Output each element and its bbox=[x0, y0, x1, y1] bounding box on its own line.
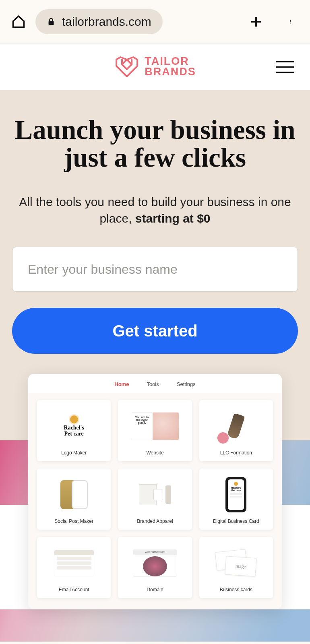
svg-point-5 bbox=[290, 23, 291, 23]
tile-digital-business-card[interactable]: Rachel's Pet care Digital Business Card bbox=[199, 469, 273, 530]
email-ui-icon bbox=[54, 550, 94, 576]
get-started-button[interactable]: Get started bbox=[12, 308, 298, 354]
brand-logo[interactable]: TAILOR BRANDS bbox=[114, 56, 196, 78]
tile-branded-apparel[interactable]: Branded Apparel bbox=[118, 469, 192, 530]
svg-point-3 bbox=[290, 20, 291, 21]
tile-label: Branded Apparel bbox=[137, 518, 173, 524]
hero-title: Launch your business in just a few click… bbox=[12, 116, 298, 171]
svg-point-4 bbox=[290, 21, 291, 22]
tile-label: Business cards bbox=[220, 587, 252, 592]
bottle-icon bbox=[165, 485, 171, 504]
hero-section: Launch your business in just a few click… bbox=[0, 90, 310, 609]
tile-label: Domain bbox=[147, 587, 163, 592]
tile-email-account[interactable]: Email Account bbox=[37, 537, 111, 598]
tile-business-cards[interactable]: mage mage Business cards bbox=[199, 537, 273, 598]
dashboard-preview: Home Tools Settings Rachel's Pet care bbox=[28, 374, 282, 609]
dashboard-tab-tools[interactable]: Tools bbox=[147, 381, 159, 387]
url-text: tailorbrands.com bbox=[62, 15, 151, 29]
tile-website[interactable]: You are in the right place. Website bbox=[118, 400, 192, 461]
tile-logo-maker[interactable]: Rachel's Pet care Logo Maker bbox=[37, 400, 111, 461]
tile-label: Website bbox=[146, 450, 163, 456]
dashboard-tab-settings[interactable]: Settings bbox=[177, 381, 196, 387]
more-menu-icon[interactable] bbox=[284, 14, 299, 29]
hamburger-menu-icon[interactable] bbox=[276, 61, 294, 73]
dashboard-tab-home[interactable]: Home bbox=[114, 381, 129, 387]
home-icon[interactable] bbox=[11, 14, 26, 29]
url-bar[interactable]: tailorbrands.com bbox=[35, 9, 163, 34]
tile-label: Email Account bbox=[59, 587, 89, 592]
tile-domain[interactable]: www.nightowl.com Domain bbox=[118, 537, 192, 598]
new-tab-icon[interactable] bbox=[249, 14, 263, 29]
logo-icon bbox=[114, 56, 140, 78]
phone-icon bbox=[72, 480, 88, 509]
mug-icon bbox=[153, 489, 163, 500]
tile-social-post-maker[interactable]: Social Post Maker bbox=[37, 469, 111, 530]
stamp-icon bbox=[227, 413, 245, 440]
phone-icon: Rachel's Pet care bbox=[225, 477, 246, 512]
business-name-input[interactable] bbox=[12, 247, 298, 292]
lock-icon bbox=[47, 17, 56, 26]
wax-seal-icon bbox=[217, 432, 229, 444]
dashboard-grid: Rachel's Pet care Logo Maker You are in … bbox=[28, 393, 282, 605]
tile-label: Logo Maker bbox=[61, 450, 87, 456]
browser-window-icon: www.nightowl.com bbox=[133, 549, 177, 577]
site-header: TAILOR BRANDS bbox=[0, 43, 310, 90]
dashboard-tabs: Home Tools Settings bbox=[28, 374, 282, 393]
logo-text: TAILOR BRANDS bbox=[145, 56, 196, 77]
browser-bar: tailorbrands.com bbox=[0, 0, 310, 43]
tile-label: Digital Business Card bbox=[213, 518, 259, 524]
tile-label: LLC Formation bbox=[220, 450, 252, 456]
card-icon: mage bbox=[225, 556, 257, 576]
sun-icon bbox=[70, 415, 78, 423]
hero-subtitle: All the tools you need to build your bus… bbox=[12, 194, 298, 227]
tile-label: Social Post Maker bbox=[54, 518, 93, 524]
svg-rect-0 bbox=[49, 21, 54, 25]
tile-llc-formation[interactable]: LLC Formation bbox=[199, 400, 273, 461]
